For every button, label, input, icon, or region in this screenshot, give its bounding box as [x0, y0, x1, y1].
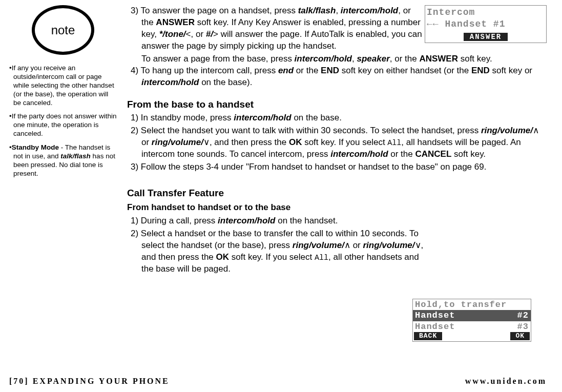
section-heading: Call Transfer Feature: [127, 187, 547, 200]
note-item: If the party does not answer within one …: [9, 112, 117, 138]
footer-left: [70] EXPANDING YOUR PHONE: [9, 377, 170, 386]
lcd-softkey-row: BACK OK: [413, 332, 531, 341]
lcd-row: Handset#3: [413, 321, 531, 332]
instruction-step: 4) To hang up the intercom call, press e…: [127, 65, 547, 89]
lcd-softkey-row: ANSWER: [427, 31, 545, 43]
section-title: EXPANDING YOUR PHONE: [33, 377, 170, 385]
lcd-row-selected: Handset#2: [413, 310, 531, 321]
lcd-softkey-answer: ANSWER: [464, 33, 508, 41]
lcd-line: Intercom: [427, 7, 545, 18]
page-footer: [70] EXPANDING YOUR PHONE www.uniden.com: [9, 377, 547, 386]
note-item: Standby Mode - The handset is not in use…: [9, 143, 117, 178]
footer-url: www.uniden.com: [465, 377, 547, 386]
lcd-softkey-ok: OK: [510, 332, 530, 340]
instruction-step: 2) Select the handset you want to talk w…: [127, 125, 547, 160]
note-item: If any you receive an outside/intercom c…: [9, 64, 117, 107]
lcd-softkey-back: BACK: [414, 332, 442, 340]
note-badge: note: [32, 5, 94, 55]
instruction-step: 1) During a call, press intercom/hold on…: [127, 215, 547, 227]
instruction-step: 1) In standby mode, press intercom/hold …: [127, 112, 547, 124]
instruction-step: 3) Follow the steps 3-4 under "From hand…: [127, 161, 547, 173]
instruction-step: 2) Select a handset or the base to trans…: [127, 228, 547, 275]
subsection-heading: From handset to handset or to the base: [127, 202, 547, 214]
lcd-screen-transfer: Hold,to transfer Handset#2 Handset#3 BAC…: [412, 299, 531, 342]
instruction-step: To answer a page from the base, press in…: [127, 53, 547, 65]
section-heading: From the base to a handset: [127, 98, 547, 111]
main-content: Intercom ←← Handset #1 ANSWER 3) To answ…: [127, 5, 547, 359]
lcd-line: ←← Handset #1: [427, 18, 545, 30]
lcd-screen-intercom: Intercom ←← Handset #1 ANSWER: [425, 5, 547, 43]
lcd-line: Hold,to transfer: [413, 299, 531, 310]
sidebar-notes: note If any you receive an outside/inter…: [9, 5, 117, 359]
page-number: [70]: [9, 377, 29, 385]
